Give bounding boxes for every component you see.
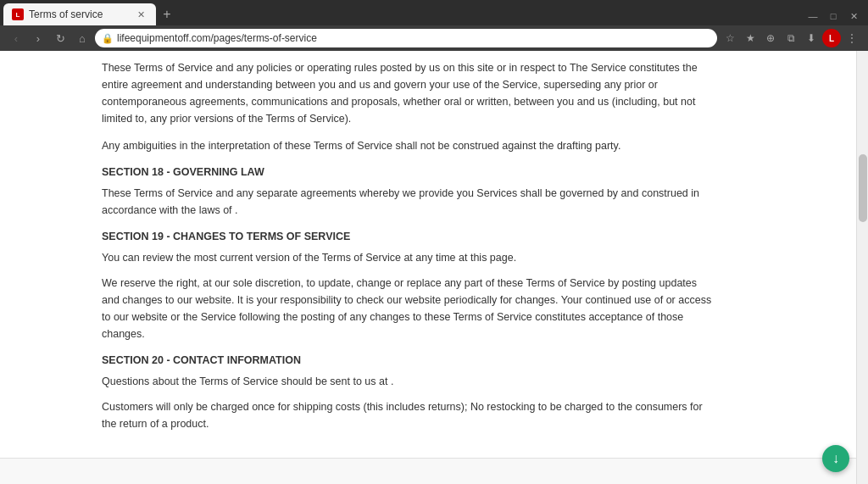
url-text: lifeequipmentoff.com/pages/terms-of-serv… (117, 32, 317, 44)
section-18: SECTION 18 - GOVERNING LAW These Terms o… (102, 166, 712, 219)
ambiguity-text: Any ambiguities in the interpretation of… (102, 137, 712, 154)
new-tab-button[interactable]: + (156, 3, 178, 25)
address-bar[interactable]: 🔒 lifeequipmentoff.com/pages/terms-of-se… (95, 29, 717, 47)
section-20: SECTION 20 - CONTACT INFORMATION Questio… (102, 354, 712, 432)
scroll-to-bottom-button[interactable]: ↓ (822, 445, 849, 472)
ssl-lock-icon: 🔒 (102, 33, 114, 44)
maximize-button[interactable]: □ (824, 8, 843, 24)
cast-icon[interactable]: ⧉ (782, 29, 800, 47)
section-18-para-1: These Terms of Service and any separate … (102, 185, 712, 219)
forward-button[interactable]: › (29, 29, 47, 47)
minimize-button[interactable]: — (804, 8, 822, 24)
bookmark-icon[interactable]: ★ (741, 29, 760, 47)
back-button[interactable]: ‹ (7, 29, 25, 47)
more-menu-icon[interactable]: ⋮ (843, 29, 861, 47)
page-content: These Terms of Service and any policies … (0, 51, 856, 484)
extension-icon[interactable]: ⊕ (761, 29, 780, 47)
scroll-down-icon: ↓ (832, 451, 839, 466)
close-window-button[interactable]: ✕ (844, 8, 863, 24)
section-18-heading: SECTION 18 - GOVERNING LAW (102, 166, 712, 178)
section-19: SECTION 19 - CHANGES TO TERMS OF SERVICE… (102, 231, 712, 342)
section-20-para-1: Questions about the Terms of Service sho… (102, 373, 712, 390)
section-20-para-2: Customers will only be charged once for … (102, 398, 712, 432)
section-19-heading: SECTION 19 - CHANGES TO TERMS OF SERVICE (102, 231, 712, 242)
bookmark-star-icon[interactable]: ☆ (721, 29, 739, 47)
footer: Company Info About Us Contact Us Custome… (0, 458, 856, 484)
tab-title: Terms of service (29, 8, 103, 20)
tab-favicon: L (12, 8, 24, 20)
scrollbar-thumb[interactable] (859, 154, 867, 222)
section-19-para-2: We reserve the right, at our sole discre… (102, 275, 712, 342)
home-button[interactable]: ⌂ (73, 29, 92, 47)
scrollbar-track[interactable] (856, 51, 868, 484)
download-icon[interactable]: ⬇ (802, 29, 821, 47)
active-tab[interactable]: L Terms of service ✕ (3, 3, 156, 25)
profile-button[interactable]: L (822, 29, 841, 47)
tab-close-button[interactable]: ✕ (134, 8, 147, 21)
reload-button[interactable]: ↻ (51, 29, 70, 47)
intro-paragraph: These Terms of Service and any policies … (102, 59, 712, 127)
section-19-para-1: You can review the most current version … (102, 249, 712, 266)
section-20-heading: SECTION 20 - CONTACT INFORMATION (102, 354, 712, 366)
